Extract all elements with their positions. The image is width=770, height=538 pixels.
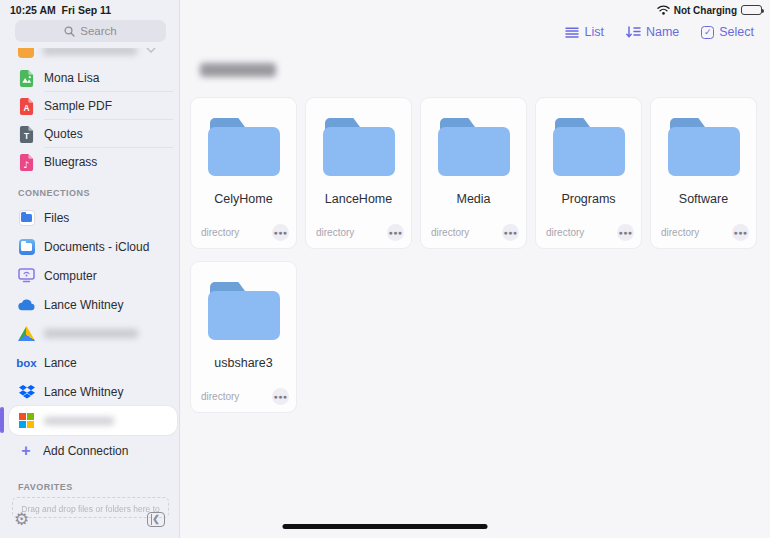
redacted-label: [44, 329, 138, 338]
chevron-down-icon: [146, 48, 156, 53]
sidebar-item-label: Quotes: [44, 127, 169, 141]
connections-section-label: CONNECTIONS: [0, 188, 179, 198]
svg-text:A: A: [23, 103, 29, 113]
redacted-label: [43, 48, 137, 55]
checkbox-icon: ✓: [701, 26, 714, 39]
page-title-redacted: [200, 63, 770, 79]
folder-card-lancehome[interactable]: LanceHome directory ●●●: [305, 97, 412, 249]
sidebar-connections-list: Files Documents - iCloud Computer: [0, 203, 179, 465]
sidebar-item-label: Lance Whitney: [44, 385, 169, 399]
collapse-sidebar-icon[interactable]: ❮: [147, 512, 165, 527]
dropbox-icon: [18, 383, 35, 400]
sidebar-item-microsoft-selected[interactable]: [9, 406, 177, 435]
folder-icon: [666, 118, 742, 176]
folder-icon: [206, 118, 282, 176]
folder-card-programs[interactable]: Programs directory ●●●: [535, 97, 642, 249]
folder-type-label: directory: [201, 227, 239, 238]
sort-by-name-button[interactable]: Name: [626, 25, 679, 39]
add-connection-label: Add Connection: [43, 444, 169, 458]
sidebar-bottom-bar: ⚙ ❮: [0, 500, 179, 538]
add-connection-button[interactable]: + Add Connection: [0, 436, 179, 465]
list-icon: [565, 27, 579, 38]
folder-type-label: directory: [431, 227, 469, 238]
folder-name: Media: [456, 192, 490, 206]
sidebar-item-label: Sample PDF: [44, 99, 169, 113]
folder-name: Programs: [561, 192, 615, 206]
folder-name: CelyHome: [214, 192, 272, 206]
more-options-button[interactable]: ●●●: [617, 224, 634, 241]
folder-type-label: directory: [661, 227, 699, 238]
more-options-button[interactable]: ●●●: [272, 224, 289, 241]
select-button[interactable]: ✓ Select: [701, 25, 754, 39]
folder-icon: [436, 118, 512, 176]
search-placeholder: Search: [80, 25, 116, 37]
folder-type-label: directory: [201, 391, 239, 402]
image-file-icon: [18, 70, 35, 87]
sidebar-item-google-drive[interactable]: [0, 319, 179, 348]
folder-card-usbshare3[interactable]: usbshare3 directory ●●●: [190, 261, 297, 413]
microsoft-icon: [18, 412, 35, 429]
folder-name: usbshare3: [214, 356, 272, 370]
files-app-icon: [18, 209, 35, 226]
sidebar-item-label: Lance: [44, 356, 169, 370]
folder-type-label: directory: [316, 227, 354, 238]
more-options-button[interactable]: ●●●: [272, 388, 289, 405]
folder-icon: [551, 118, 627, 176]
search-icon: [64, 26, 75, 37]
search-input[interactable]: Search: [15, 20, 166, 42]
folder-icon: [206, 282, 282, 340]
folder-name: Software: [679, 192, 728, 206]
status-time-date: 10:25 AM Fri Sep 11: [10, 4, 111, 16]
folder-card-software[interactable]: Software directory ●●●: [650, 97, 757, 249]
computer-icon: [18, 267, 35, 284]
box-icon: box: [18, 354, 35, 371]
status-date: Fri Sep 11: [62, 4, 112, 16]
list-view-button[interactable]: List: [565, 25, 603, 39]
main-content: List Name ✓ Select: [180, 0, 770, 538]
sidebar-item-label: Mona Lisa: [44, 71, 169, 85]
sidebar-item-mona-lisa[interactable]: Mona Lisa: [0, 64, 179, 92]
sidebar-item-label: Computer: [44, 269, 169, 283]
sidebar-item-recent-cutoff[interactable]: [0, 48, 179, 64]
battery-icon: [741, 5, 762, 15]
sidebar-item-bluegrass[interactable]: ♪ Bluegrass: [0, 148, 179, 176]
settings-gear-icon[interactable]: ⚙: [14, 511, 29, 528]
sidebar-item-label: Bluegrass: [44, 155, 169, 169]
redacted-label: [44, 417, 114, 425]
redacted-title: [200, 63, 276, 77]
list-button-label: List: [584, 25, 603, 39]
sidebar-item-computer[interactable]: Computer: [0, 261, 179, 290]
audio-file-icon: ♪: [18, 154, 35, 171]
sidebar-item-quotes[interactable]: T Quotes: [0, 120, 179, 148]
sidebar-item-label: Files: [44, 211, 169, 225]
sort-button-label: Name: [646, 25, 679, 39]
plus-icon: +: [18, 444, 34, 458]
recents-icon: [18, 48, 34, 58]
sidebar-item-dropbox-lance-whitney[interactable]: Lance Whitney: [0, 377, 179, 406]
sidebar-item-sample-pdf[interactable]: A Sample PDF: [0, 92, 179, 120]
folder-name: LanceHome: [325, 192, 392, 206]
home-indicator[interactable]: [283, 524, 488, 530]
sidebar-item-label: Lance Whitney: [44, 298, 169, 312]
more-options-button[interactable]: ●●●: [732, 224, 749, 241]
folder-type-label: directory: [546, 227, 584, 238]
sidebar-item-lance-whitney-cloud[interactable]: Lance Whitney: [0, 290, 179, 319]
pdf-file-icon: A: [18, 98, 35, 115]
folder-card-media[interactable]: Media directory ●●●: [420, 97, 527, 249]
folder-card-celyhome[interactable]: CelyHome directory ●●●: [190, 97, 297, 249]
svg-text:♪: ♪: [24, 159, 30, 170]
select-button-label: Select: [719, 25, 754, 39]
favorites-section-label: FAVORITES: [0, 482, 179, 492]
sidebar-item-label: Documents - iCloud: [44, 240, 169, 254]
more-options-button[interactable]: ●●●: [502, 224, 519, 241]
sidebar: Search: [0, 0, 180, 538]
sidebar-item-box-lance[interactable]: box Lance: [0, 348, 179, 377]
selected-indicator-bar: [0, 407, 4, 433]
cloud-icon: [18, 296, 35, 313]
more-options-button[interactable]: ●●●: [387, 224, 404, 241]
sort-descending-icon: [626, 26, 641, 38]
sidebar-item-files[interactable]: Files: [0, 203, 179, 232]
sidebar-item-documents-icloud[interactable]: Documents - iCloud: [0, 232, 179, 261]
folder-grid: CelyHome directory ●●● LanceHome directo…: [180, 79, 770, 413]
icloud-folder-icon: [18, 238, 35, 255]
